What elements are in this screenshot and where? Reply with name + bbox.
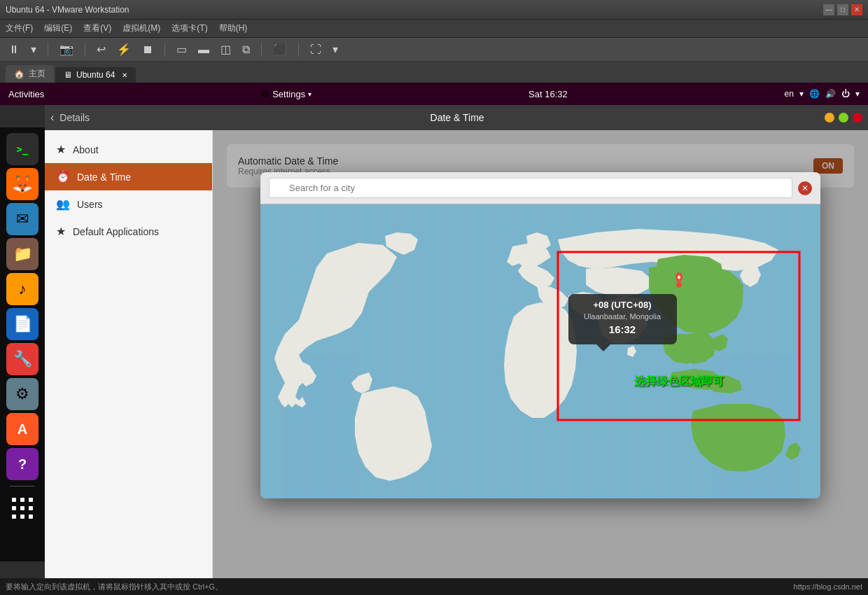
vmware-maximize-button[interactable]: □ <box>837 4 848 15</box>
city-search-bar: 🔍 ✕ <box>260 172 820 204</box>
datetime-label: Date & Time <box>77 172 131 183</box>
ubuntu-statusbar: 要将输入定向到该虚拟机，请将鼠标指针移入其中或按 Ctrl+G。 https:/… <box>0 578 868 595</box>
menu-tab[interactable]: 选项卡(T) <box>172 22 207 34</box>
dock-item-writer[interactable]: 📄 <box>6 308 38 340</box>
users-label: Users <box>77 199 103 210</box>
dock-item-firefox[interactable]: 🦊 <box>6 168 38 200</box>
tab-ubuntu[interactable]: 🖥 Ubuntu 64 ✕ <box>55 67 136 83</box>
volume-icon: 🔊 <box>825 89 836 99</box>
toolbar-screen3-button[interactable]: ◫ <box>218 41 234 57</box>
toolbar-screen4-button[interactable]: ⧉ <box>239 42 253 57</box>
toolbar-separator-5 <box>298 43 299 57</box>
locale-dropdown-icon[interactable]: ▾ <box>799 89 804 99</box>
toolbar-screen1-button[interactable]: ▭ <box>174 41 190 57</box>
toolbar-power1-button[interactable]: ⚡ <box>114 41 134 57</box>
dock-item-settings[interactable]: ⚙ <box>6 378 38 410</box>
toolbar-separator-3 <box>164 43 165 57</box>
settings-back-label: Details <box>59 112 90 123</box>
world-map-svg: +08 (UTC+08) Ulaanbaatar, Mongolia 16:32 <box>260 204 820 498</box>
statusbar-right-text: https://blog.csdn.net <box>794 582 862 591</box>
settings-minimize-button[interactable] <box>825 113 834 122</box>
toolbar-dropdown-button[interactable]: ▾ <box>28 41 39 57</box>
toolbar-fullscreen2-button[interactable]: ▾ <box>330 41 341 57</box>
dock-item-help[interactable]: ? <box>6 448 38 480</box>
dock-separator <box>10 486 35 486</box>
vmware-menubar: 文件(F) 编辑(E) 查看(V) 虚拟机(M) 选项卡(T) 帮助(H) <box>0 20 868 38</box>
toolbar-snapshot-button[interactable]: 📷 <box>57 41 76 57</box>
vmware-window-controls: — □ ✕ <box>823 4 862 15</box>
about-icon: ★ <box>56 143 66 156</box>
ubuntu-guest: Activities ⚙ Settings ▾ Sat 16:32 en ▾ 🌐… <box>0 83 868 595</box>
menu-vm[interactable]: 虚拟机(M) <box>122 22 160 34</box>
default-apps-label: Default Applications <box>73 226 159 237</box>
system-clock: Sat 16:32 <box>528 89 568 99</box>
toolbar-separator-1 <box>48 43 48 57</box>
dock-item-toolbox[interactable]: 🔧 <box>6 343 38 375</box>
vmware-tabs: 🏠 主页 🖥 Ubuntu 64 ✕ <box>0 62 868 83</box>
home-icon: 🏠 <box>14 69 24 79</box>
toolbar-screen2-button[interactable]: ▬ <box>195 42 212 57</box>
menu-edit[interactable]: 编辑(E) <box>44 22 72 34</box>
settings-gear-icon: ⚙ <box>261 89 270 99</box>
about-label: About <box>73 144 99 155</box>
sidebar-item-about[interactable]: ★ About <box>45 136 212 163</box>
settings-dropdown-icon: ▾ <box>308 90 312 98</box>
tab-home-label: 主页 <box>29 68 46 80</box>
dock-apps-grid-button[interactable] <box>6 492 38 524</box>
topbar-dropdown-icon[interactable]: ▾ <box>855 89 860 99</box>
toolbar-pause-button[interactable]: ⏸ <box>6 42 22 57</box>
settings-main-panel: Automatic Date & Time Requires internet … <box>213 130 868 578</box>
toolbar-terminal-button[interactable]: ⬛ <box>270 41 290 57</box>
svg-text:+08 (UTC+08): +08 (UTC+08) <box>593 300 651 310</box>
toolbar-revert-button[interactable]: ↩ <box>94 41 108 57</box>
default-apps-icon: ★ <box>56 225 66 238</box>
activities-button[interactable]: Activities <box>8 89 44 99</box>
city-dialog-overlay: 🔍 ✕ <box>213 130 868 578</box>
vmware-minimize-button[interactable]: — <box>823 4 834 15</box>
dock-item-music[interactable]: ♪ <box>6 273 38 305</box>
ubuntu-system-tray: en ▾ 🌐 🔊 ⏻ ▾ <box>785 89 860 99</box>
network-icon: 🌐 <box>809 89 820 99</box>
menu-view[interactable]: 查看(V) <box>83 22 111 34</box>
settings-maximize-button[interactable] <box>839 113 848 122</box>
settings-window-title: Date & Time <box>90 112 825 123</box>
world-map-container[interactable]: +08 (UTC+08) Ulaanbaatar, Mongolia 16:32 <box>260 204 820 498</box>
dock-item-appstore[interactable]: A <box>6 413 38 445</box>
toolbar-separator-2 <box>85 43 85 57</box>
city-search-wrapper: 🔍 <box>269 178 792 198</box>
svg-text:Ulaanbaatar, Mongolia: Ulaanbaatar, Mongolia <box>584 312 662 321</box>
city-dialog-close-button[interactable]: ✕ <box>798 181 812 195</box>
settings-sidebar: ★ About ⏰ Date & Time 👥 Users ★ Default … <box>45 130 213 578</box>
sidebar-item-default-apps[interactable]: ★ Default Applications <box>45 218 212 245</box>
tab-home[interactable]: 🏠 主页 <box>6 65 54 83</box>
datetime-icon: ⏰ <box>56 170 70 183</box>
toolbar-power2-button[interactable]: ⏹ <box>139 42 156 57</box>
settings-back-button[interactable]: ‹ <box>50 111 54 124</box>
city-search-input[interactable] <box>269 178 792 198</box>
settings-menu-label: Settings <box>272 89 305 99</box>
sidebar-item-users[interactable]: 👥 Users <box>45 190 212 218</box>
tab-ubuntu-label: Ubuntu 64 <box>76 70 115 80</box>
statusbar-left-text: 要将输入定向到该虚拟机，请将鼠标指针移入其中或按 Ctrl+G。 <box>6 582 223 592</box>
dock-item-files[interactable]: 📁 <box>6 238 38 270</box>
ubuntu-topbar: Activities ⚙ Settings ▾ Sat 16:32 en ▾ 🌐… <box>0 83 868 105</box>
menu-file[interactable]: 文件(F) <box>6 22 33 34</box>
users-icon: 👥 <box>56 197 70 211</box>
settings-titlebar: ‹ Details Date & Time <box>45 105 868 130</box>
ubuntu-main-area: >_ 🦊 ✉ 📁 ♪ 📄 🔧 ⚙ A ? ‹ Details Date & T <box>0 105 868 578</box>
tab-close-icon[interactable]: ✕ <box>122 71 127 79</box>
dock-item-terminal[interactable]: >_ <box>6 133 38 165</box>
power-icon: ⏻ <box>841 89 850 99</box>
vmware-toolbar: ⏸ ▾ 📷 ↩ ⚡ ⏹ ▭ ▬ ◫ ⧉ ⬛ ⛶ ▾ <box>0 38 868 62</box>
settings-window: ‹ Details Date & Time ★ About <box>45 105 868 578</box>
vmware-close-button[interactable]: ✕ <box>851 4 862 15</box>
settings-close-button[interactable] <box>853 113 862 122</box>
sidebar-item-datetime[interactable]: ⏰ Date & Time <box>45 163 212 190</box>
settings-gear-menu[interactable]: ⚙ Settings ▾ <box>261 89 312 99</box>
svg-text:16:32: 16:32 <box>609 323 636 335</box>
toolbar-fullscreen-button[interactable]: ⛶ <box>307 42 324 57</box>
dock-item-mail[interactable]: ✉ <box>6 203 38 235</box>
menu-help[interactable]: 帮助(H) <box>219 22 248 34</box>
locale-indicator[interactable]: en <box>785 89 794 99</box>
vmware-title: Ubuntu 64 - VMware Workstation <box>6 5 823 15</box>
